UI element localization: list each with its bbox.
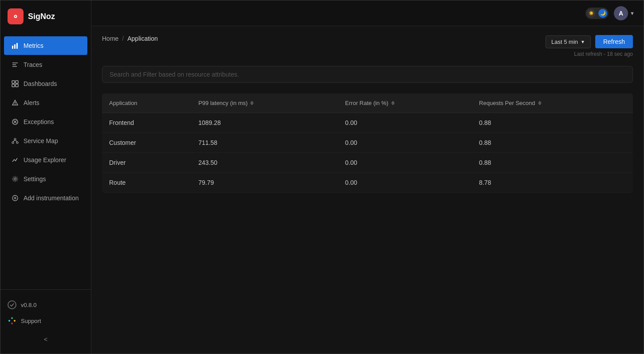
svg-point-20 [16,142,18,144]
col-application-label: Application [109,100,137,106]
svg-point-18 [14,138,16,140]
sort-up-p99 [250,101,254,103]
sidebar-item-exceptions-label: Exceptions [24,118,54,125]
sort-up-error [391,101,395,103]
theme-toggle[interactable]: ☀️ 🌙 [585,8,609,19]
sidebar: SigNoz Metrics [0,0,91,354]
support-label: Support [21,318,41,324]
support-item[interactable]: Support [8,313,84,329]
row-1-rps: 0.88 [472,133,633,153]
sidebar-item-traces[interactable]: Traces [4,55,87,74]
row-0-rps: 0.88 [472,113,633,133]
breadcrumb-current: Application [127,35,158,42]
sidebar-item-usage-explorer[interactable]: Usage Explorer [4,151,87,169]
version-item: v0.8.0 [8,297,84,313]
col-rps-sort[interactable]: Requests Per Second [479,100,626,106]
row-3-application[interactable]: Route [102,173,191,193]
table-row: Driver243.500.000.88 [102,153,633,173]
sidebar-item-metrics[interactable]: Metrics [4,36,87,55]
svg-rect-28 [11,317,13,319]
time-range-selector[interactable]: Last 5 min ▼ [546,35,591,48]
logo-area[interactable]: SigNoz [0,0,91,32]
sidebar-bottom: v0.8.0 Support < [0,289,91,354]
dashboards-icon [11,80,19,88]
row-2-error-rate: 0.00 [338,153,472,173]
avatar-dropdown-icon[interactable]: ▼ [630,11,635,16]
col-p99-label: P99 latency (in ms) [198,100,247,106]
svg-rect-12 [16,84,18,87]
sidebar-item-alerts-label: Alerts [24,99,39,106]
row-1-application[interactable]: Customer [102,133,191,153]
svg-line-21 [13,140,15,142]
bar-chart-icon [11,42,19,50]
svg-rect-5 [16,43,18,49]
col-p99-sort[interactable]: P99 latency (in ms) [198,100,331,106]
sidebar-item-add-instrumentation[interactable]: Add instrumentation [4,189,87,207]
sidebar-item-service-map[interactable]: Service Map [4,132,87,150]
svg-point-19 [12,142,14,144]
last-refresh-text: Last refresh - 18 sec ago [574,51,633,57]
row-2-p99: 243.50 [191,153,338,173]
user-menu[interactable]: A ▼ [614,6,635,20]
col-p99-latency: P99 latency (in ms) [191,93,338,113]
sort-icon-error [391,101,395,105]
svg-rect-10 [16,81,18,83]
breadcrumb: Home / Application [102,35,158,42]
sidebar-item-dashboards[interactable]: Dashboards [4,74,87,93]
sort-down-rps [538,103,542,105]
svg-rect-30 [11,323,13,324]
add-icon [11,194,19,202]
avatar[interactable]: A [614,6,628,20]
row-0-error-rate: 0.00 [338,113,472,133]
alerts-icon [11,99,19,107]
search-filter-bar[interactable]: Search and Filter based on resource attr… [102,66,633,83]
sidebar-item-settings-label: Settings [24,175,46,183]
sidebar-item-traces-label: Traces [24,61,42,68]
sidebar-item-settings[interactable]: Settings [4,170,87,188]
app-topbar: ☀️ 🌙 A ▼ [91,0,644,26]
theme-moon-icon: 🌙 [598,9,607,18]
service-map-icon [11,137,19,145]
slack-icon [8,316,16,325]
row-0-application[interactable]: Frontend [102,113,191,133]
sidebar-item-exceptions[interactable]: Exceptions [4,113,87,131]
row-1-error-rate: 0.00 [338,133,472,153]
svg-rect-9 [12,81,15,83]
sort-up-rps [538,101,542,103]
svg-rect-3 [12,46,13,49]
breadcrumb-home[interactable]: Home [102,35,118,42]
page-area: Home / Application Last 5 min ▼ Refresh … [91,26,644,354]
row-3-error-rate: 0.00 [338,173,472,193]
sort-down-error [391,103,395,105]
svg-rect-29 [14,320,16,322]
sidebar-item-service-map-label: Service Map [24,137,58,144]
sidebar-nav: Metrics Traces [0,32,91,289]
page-header: Home / Application Last 5 min ▼ Refresh … [102,35,633,57]
usage-icon [11,156,19,164]
check-icon [8,300,16,309]
row-3-rps: 8.78 [472,173,633,193]
col-error-rate: Error Rate (in %) [338,93,472,113]
sidebar-collapse-button[interactable]: < [8,332,84,346]
search-placeholder: Search and Filter based on resource attr… [110,71,239,78]
svg-line-22 [15,140,17,142]
col-application: Application [102,93,191,113]
table-row: Frontend1089.280.000.88 [102,113,633,133]
sidebar-item-usage-label: Usage Explorer [24,156,67,163]
row-2-application[interactable]: Driver [102,153,191,173]
table-row: Customer711.580.000.88 [102,133,633,153]
refresh-button[interactable]: Refresh [595,35,633,48]
col-error-sort[interactable]: Error Rate (in %) [345,100,465,106]
main-content: ☀️ 🌙 A ▼ Home / Application [91,0,644,354]
sort-down-p99 [250,103,254,105]
svg-rect-4 [14,44,16,49]
sidebar-item-alerts[interactable]: Alerts [4,93,87,112]
sidebar-item-add-instrumentation-label: Add instrumentation [24,195,79,202]
col-error-label: Error Rate (in %) [345,100,389,106]
theme-sun-icon: ☀️ [587,9,596,18]
exceptions-icon [11,118,19,126]
sort-icon-rps [538,101,542,105]
svg-rect-11 [12,84,15,87]
row-3-p99: 79.79 [191,173,338,193]
time-range-label: Last 5 min [551,39,578,45]
